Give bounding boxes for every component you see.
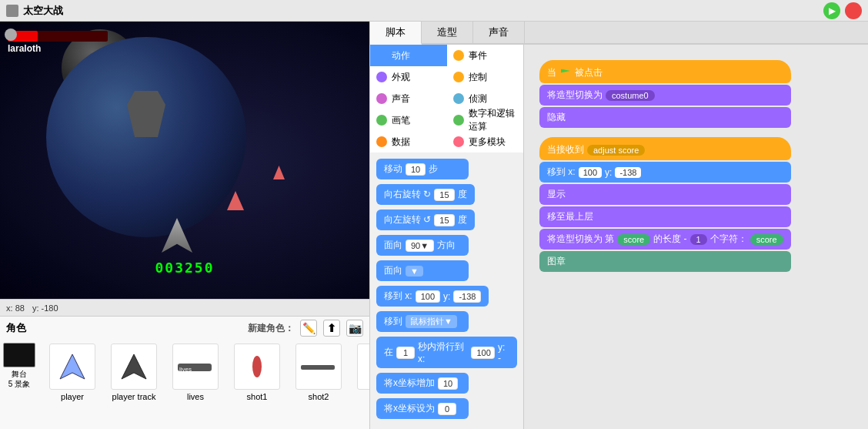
category-more-blocks[interactable]: 更多模块 [447,131,524,152]
main-area: Iaraloth 003250 x: 88 y: -180 角色 新建角色： ✏… [0,22,868,429]
health-bar [8,31,108,42]
stage-canvas[interactable]: Iaraloth 003250 [0,22,369,299]
category-panel: 动作 事件 外观 控制 [370,45,524,429]
sprite-item-player[interactable]: player [42,340,103,426]
block-point-toward[interactable]: 面向 ▼ [376,260,469,281]
block-point-direction[interactable]: 面向 90▼ 方向 [376,235,469,256]
camera-sprite-button[interactable]: 📷 [346,320,363,337]
script-block-hat-flag[interactable]: 当 被点击 [539,60,791,83]
sprite-list: player player track lives liv [38,340,369,429]
tab-script[interactable]: 脚本 [370,22,422,45]
sprite-panel: 角色 新建角色： ✏️ ⬆ 📷 舞台5 景象 [0,316,369,429]
sprite-panel-header: 角色 新建角色： ✏️ ⬆ 📷 [0,317,369,340]
stop-button[interactable] [845,2,862,19]
sprite-label-lives: lives [187,392,204,401]
block-set-x[interactable]: 将x坐标设为 0 [376,398,469,419]
block-goto-pointer[interactable]: 移到 鼠标指针▼ [376,311,469,332]
app-icon [6,5,18,17]
category-looks[interactable]: 外观 [370,66,447,88]
script-block-receive[interactable]: 当接收到 adjust score [539,137,791,160]
script-block-show[interactable]: 显示 [539,184,791,205]
cat-row-sound-sensing: 声音 侦测 [370,88,523,109]
script-block-set-costume2[interactable]: 将造型切换为 第 score 的长度 - 1 个字符： score [539,229,791,250]
category-control[interactable]: 控制 [447,66,524,88]
tab-sound[interactable]: 声音 [473,22,525,43]
sprite-thumb-player-track [111,344,157,390]
sprite-item-shot1[interactable]: shot1 [226,340,288,426]
cat-row-motion-events: 动作 事件 [370,45,523,66]
sprite-thumb-player [49,344,95,390]
sprite-label-shot1: shot1 [247,392,268,401]
script-block-set-costume[interactable]: 将造型切换为 costume0 [539,85,791,106]
sprite-label-shot2: shot2 [309,392,329,401]
sound-dot [376,93,387,104]
block-change-x[interactable]: 将x坐标增加 10 [376,373,469,394]
sprite-thumb-shot1 [234,344,280,390]
blocks-area: 脚本 造型 声音 动作 事件 [369,22,868,429]
top-bar: 太空大战 ▶ [0,0,868,22]
coord-y: y: -180 [32,303,58,313]
block-glide[interactable]: 在 1 秒内滑行到 x: 100 y: - [376,337,517,368]
script-block-hide[interactable]: 隐藏 [539,107,791,128]
planet-sprite [46,37,246,237]
script-gap-1 [539,129,791,136]
block-turn-left[interactable]: 向左旋转 ↺ 15 度 [376,209,475,230]
app-title: 太空大战 [23,4,819,18]
stage-area: Iaraloth 003250 x: 88 y: -180 角色 新建角色： ✏… [0,22,369,429]
svg-text:lives: lives [179,366,192,373]
stage-thumb [3,343,35,367]
script-block-goto-xy[interactable]: 移到 x: 100 y: -138 [539,162,791,183]
blocks-panel: 动作 事件 外观 控制 [370,45,868,429]
category-sensing[interactable]: 侦测 [447,88,524,109]
sprite-item-player-track[interactable]: player track [103,340,165,426]
looks-dot [376,72,387,82]
category-events[interactable]: 事件 [447,45,524,66]
cat-row-looks-control: 外观 控制 [370,66,523,88]
sensing-dot [453,93,464,104]
new-sprite-label: 新建角色： [248,322,294,335]
category-operators[interactable]: 数字和逻辑运算 [447,109,524,131]
flag-icon [561,69,570,77]
stage-thumb-label: 舞台5 景象 [8,369,30,389]
sprite-item-shot2[interactable]: shot2 [288,340,349,426]
tabs-row: 脚本 造型 声音 [370,22,868,45]
score-display: 003250 [155,260,214,276]
sprite-thumb-shot3 [357,344,369,390]
coord-x: x: 88 [6,303,25,313]
sprite-item-shot3[interactable]: shot3 [349,340,369,426]
svg-rect-5 [301,365,335,370]
pen-dot [376,115,387,126]
sprite-label-player-track: player track [112,392,156,401]
category-pen[interactable]: 画笔 [370,109,447,131]
category-data[interactable]: 数据 [370,131,447,152]
cat-row-pen-operators: 画笔 数字和逻辑运算 [370,109,523,131]
stage-info-bar: x: 88 y: -180 [0,299,369,316]
tab-costume[interactable]: 造型 [422,22,473,43]
sprite-item-lives[interactable]: lives lives [165,340,226,426]
health-icon [5,28,17,41]
script-container: 当 被点击 将造型切换为 costume0 隐藏 [539,60,791,272]
events-dot [453,50,464,61]
green-flag-button[interactable]: ▶ [823,2,840,19]
sprite-thumb-shot2 [295,344,342,390]
block-turn-right[interactable]: 向右旋转 ↻ 15 度 [376,184,475,205]
category-motion[interactable]: 动作 [370,45,447,66]
script-block-stamp[interactable]: 图章 [539,251,791,272]
sprite-panel-title: 角色 [6,321,242,335]
upload-sprite-button[interactable]: ⬆ [323,320,340,337]
script-block-go-front[interactable]: 移至最上层 [539,206,791,227]
blocks-list: 移动 10 步 向右旋转 ↻ 15 度 向左旋转 ↺ 15 度 [370,152,523,429]
svg-marker-1 [122,354,146,379]
category-sound[interactable]: 声音 [370,88,447,109]
sprite-thumb-lives: lives [172,344,219,390]
stage-thumbnail-area[interactable]: 舞台5 景象 [0,340,38,429]
data-dot [376,136,387,147]
operators-dot [453,115,464,126]
block-move[interactable]: 移动 10 步 [376,159,469,179]
script-area[interactable]: 当 被点击 将造型切换为 costume0 隐藏 [524,45,868,429]
cat-row-data-more: 数据 更多模块 [370,131,523,152]
block-goto-xy[interactable]: 移到 x: 100 y: -138 [376,286,489,307]
more-blocks-dot [453,136,464,147]
svg-marker-0 [60,354,85,379]
paint-sprite-button[interactable]: ✏️ [300,320,317,337]
